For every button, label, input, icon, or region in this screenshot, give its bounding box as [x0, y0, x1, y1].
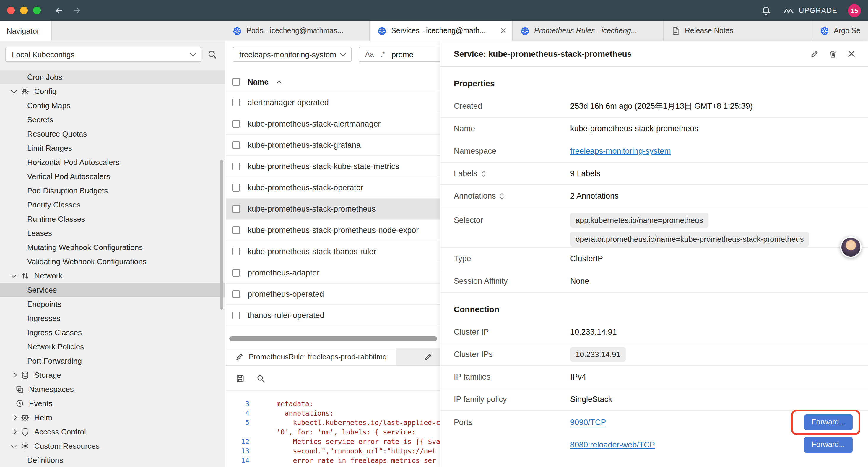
- kubeconfig-select[interactable]: Local Kubeconfigs: [5, 47, 202, 62]
- sidebar-item-runtime-classes[interactable]: Runtime Classes: [0, 212, 224, 226]
- tab-release-notes[interactable]: Release Notes: [663, 21, 812, 41]
- row-checkbox[interactable]: [232, 269, 240, 276]
- editor-tab-prometheusrule[interactable]: PrometheusRule: freeleaps-prod-rabbitmq: [226, 348, 397, 365]
- yaml-editor[interactable]: 3metadata: 4 annotations: 5 kubectl.kube…: [226, 391, 440, 467]
- chevron-down-icon[interactable]: [11, 272, 17, 278]
- sidebar-item-horizontal-pod-autoscalers[interactable]: Horizontal Pod Autoscalers: [0, 155, 224, 169]
- sidebar-item-definitions[interactable]: Definitions: [0, 453, 224, 467]
- sidebar-item-mutating-webhook-configurations[interactable]: Mutating Webhook Configurations: [0, 240, 224, 254]
- delete-button[interactable]: [829, 49, 837, 58]
- row-checkbox[interactable]: [232, 205, 240, 213]
- row-label: Name: [454, 124, 570, 133]
- sidebar-item-priority-classes[interactable]: Priority Classes: [0, 198, 224, 212]
- namespace-link[interactable]: freeleaps-monitoring-system: [570, 147, 671, 155]
- chevron-down-icon[interactable]: [11, 442, 17, 448]
- row-checkbox[interactable]: [232, 163, 240, 170]
- close-drawer-button[interactable]: [847, 49, 856, 59]
- minimize-window-button[interactable]: [20, 6, 28, 14]
- sidebar-item-storage[interactable]: Storage: [0, 368, 224, 382]
- sidebar-item-endpoints[interactable]: Endpoints: [0, 297, 224, 311]
- row-checkbox[interactable]: [232, 141, 240, 149]
- chevron-right-icon[interactable]: [11, 429, 17, 435]
- zoom-window-button[interactable]: [33, 6, 41, 14]
- sidebar-item-network[interactable]: Network: [0, 268, 224, 283]
- back-button[interactable]: [50, 6, 68, 14]
- table-row[interactable]: kube-prometheus-stack-alertmanager: [226, 114, 440, 135]
- table-row[interactable]: kube-prometheus-stack-kube-state-metrics: [226, 156, 440, 177]
- port-link[interactable]: 8080:reloader-web/TCP: [570, 440, 655, 449]
- sidebar-scrollbar[interactable]: [220, 160, 223, 310]
- table-row[interactable]: kube-prometheus-stack-thanos-ruler: [226, 241, 440, 262]
- match-case-toggle[interactable]: Aa: [365, 50, 374, 59]
- row-checkbox[interactable]: [232, 184, 240, 192]
- expand-toggle-icon[interactable]: [500, 192, 505, 200]
- notification-badge[interactable]: 15: [848, 4, 861, 17]
- expand-toggle-icon[interactable]: [481, 169, 486, 178]
- save-button[interactable]: [236, 374, 245, 383]
- editor-tab-partial[interactable]: [416, 348, 440, 365]
- table-row[interactable]: kube-prometheus-stack-grafana: [226, 135, 440, 156]
- sidebar-item-access-control[interactable]: Access Control: [0, 425, 224, 439]
- table-row[interactable]: thanos-ruler-operated: [226, 305, 440, 326]
- floating-avatar[interactable]: [840, 236, 862, 258]
- table-row-selected[interactable]: kube-prometheus-stack-prometheus: [226, 199, 440, 220]
- line-number: 13: [226, 447, 249, 455]
- tab-pods[interactable]: Pods - icecheng@mathmas...: [225, 21, 370, 41]
- select-all-checkbox[interactable]: [232, 78, 240, 86]
- editor-search-button[interactable]: [256, 374, 265, 383]
- namespace-select[interactable]: freeleaps-monitoring-system: [233, 47, 351, 62]
- notifications-bell-icon[interactable]: [760, 5, 772, 16]
- row-checkbox[interactable]: [232, 120, 240, 128]
- sidebar-item-events[interactable]: Events: [0, 396, 224, 410]
- close-window-button[interactable]: [7, 6, 15, 14]
- sidebar-item-ingresses[interactable]: Ingresses: [0, 311, 224, 325]
- tab-services[interactable]: Services - icecheng@math...: [370, 21, 513, 41]
- edit-button[interactable]: [810, 49, 819, 58]
- sidebar-item-helm[interactable]: Helm: [0, 410, 224, 425]
- sidebar-item-port-forwarding[interactable]: Port Forwarding: [0, 353, 224, 368]
- sidebar-item-leases[interactable]: Leases: [0, 226, 224, 240]
- table-row[interactable]: prometheus-operated: [226, 284, 440, 305]
- row-checkbox[interactable]: [232, 312, 240, 319]
- column-header-name[interactable]: Name: [248, 78, 269, 86]
- sidebar-item-namespaces[interactable]: Namespaces: [0, 382, 224, 396]
- forward-button[interactable]: Forward...: [804, 414, 852, 430]
- table-row[interactable]: kube-prometheus-stack-operator: [226, 177, 440, 199]
- forward-button[interactable]: Forward...: [804, 437, 852, 453]
- table-row[interactable]: prometheus-adapter: [226, 262, 440, 284]
- sidebar-item-cron-jobs[interactable]: Cron Jobs: [0, 70, 224, 84]
- sidebar-item-pod-disruption-budgets[interactable]: Pod Disruption Budgets: [0, 183, 224, 198]
- sidebar-item-validating-webhook-configurations[interactable]: Validating Webhook Configurations: [0, 254, 224, 268]
- table-row[interactable]: kube-prometheus-stack-prometheus-node-ex…: [226, 220, 440, 241]
- sidebar-item-limit-ranges[interactable]: Limit Ranges: [0, 141, 224, 155]
- horizontal-scrollbar[interactable]: [229, 337, 437, 341]
- chevron-right-icon[interactable]: [11, 414, 17, 420]
- sidebar-item-custom-resources[interactable]: Custom Resources: [0, 439, 224, 453]
- row-checkbox[interactable]: [232, 248, 240, 255]
- close-tab-icon[interactable]: [500, 27, 507, 34]
- row-checkbox[interactable]: [232, 99, 240, 107]
- sidebar-item-network-policies[interactable]: Network Policies: [0, 339, 224, 353]
- tab-argo[interactable]: Argo Se: [812, 21, 868, 41]
- table-search-input[interactable]: Aa .* prome: [359, 47, 440, 62]
- row-checkbox[interactable]: [232, 226, 240, 234]
- regex-toggle[interactable]: .*: [380, 50, 385, 59]
- tab-prometheus-rules[interactable]: Prometheus Rules - icecheng...: [513, 21, 663, 41]
- sidebar-item-resource-quotas[interactable]: Resource Quotas: [0, 126, 224, 141]
- port-link[interactable]: 9090/TCP: [570, 418, 606, 427]
- table-row[interactable]: alertmanager-operated: [226, 92, 440, 114]
- sidebar-item-ingress-classes[interactable]: Ingress Classes: [0, 325, 224, 339]
- sidebar-item-label: Vertical Pod Autoscalers: [27, 172, 110, 181]
- chevron-right-icon[interactable]: [11, 372, 17, 378]
- sidebar-search-icon[interactable]: [208, 49, 217, 59]
- sidebar-item-vertical-pod-autoscalers[interactable]: Vertical Pod Autoscalers: [0, 169, 224, 183]
- sidebar-item-config[interactable]: Config: [0, 84, 224, 98]
- sidebar-item-services[interactable]: Services: [0, 283, 224, 297]
- chevron-down-icon[interactable]: [11, 87, 17, 93]
- navigator-panel-tab[interactable]: Navigator: [0, 21, 52, 41]
- sidebar-item-config-maps[interactable]: Config Maps: [0, 98, 224, 112]
- sidebar-item-secrets[interactable]: Secrets: [0, 112, 224, 126]
- upgrade-button[interactable]: UPGRADE: [783, 6, 837, 14]
- row-checkbox[interactable]: [232, 290, 240, 298]
- forward-button[interactable]: [68, 6, 86, 14]
